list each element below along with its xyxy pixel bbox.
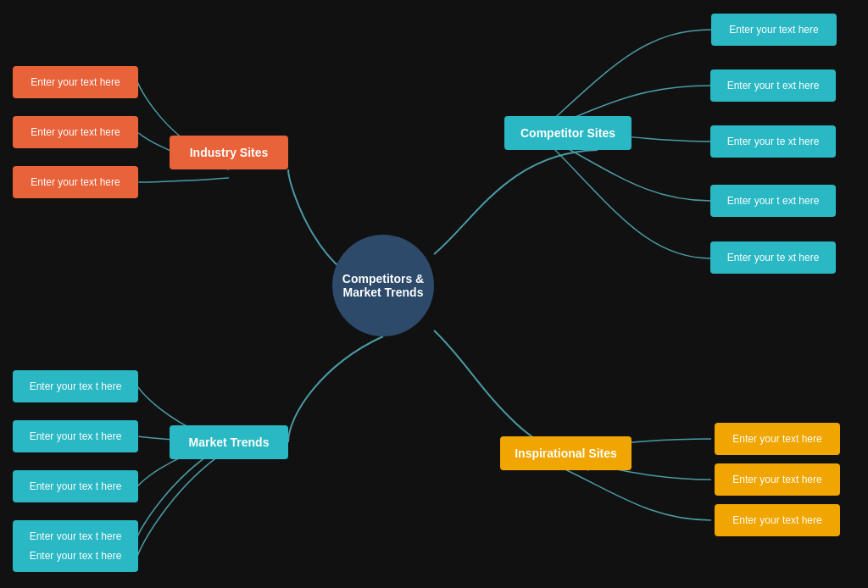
center-node[interactable]: Competitors &Market Trends xyxy=(332,235,434,336)
industry-leaf-1[interactable]: Enter your text here xyxy=(13,66,138,98)
inspirational-leaf-3[interactable]: Enter your text here xyxy=(715,504,840,536)
industry-leaf-2[interactable]: Enter your text here xyxy=(13,116,138,148)
competitor-sites-branch[interactable]: Competitor Sites xyxy=(504,116,632,150)
competitor-leaf-5[interactable]: Enter your te xt here xyxy=(710,241,836,274)
competitor-leaf-1[interactable]: Enter your text here xyxy=(711,14,837,46)
inspirational-leaf-1[interactable]: Enter your text here xyxy=(715,423,840,455)
inspirational-leaf-2[interactable]: Enter your text here xyxy=(715,463,840,496)
competitor-leaf-4[interactable]: Enter your t ext here xyxy=(710,185,836,217)
industry-sites-branch[interactable]: Industry Sites xyxy=(170,136,288,169)
market-leaf-2[interactable]: Enter your tex t here xyxy=(13,420,138,452)
market-leaf-3[interactable]: Enter your tex t here xyxy=(13,470,138,502)
inspirational-sites-branch[interactable]: Inspirational Sites xyxy=(500,436,632,470)
market-leaf-5[interactable]: Enter your tex t here xyxy=(13,540,138,572)
competitor-leaf-2[interactable]: Enter your t ext here xyxy=(710,69,836,102)
industry-leaf-3[interactable]: Enter your text here xyxy=(13,166,138,198)
market-leaf-1[interactable]: Enter your tex t here xyxy=(13,370,138,402)
market-trends-branch[interactable]: Market Trends xyxy=(170,425,288,459)
competitor-leaf-3[interactable]: Enter your te xt here xyxy=(710,125,836,158)
